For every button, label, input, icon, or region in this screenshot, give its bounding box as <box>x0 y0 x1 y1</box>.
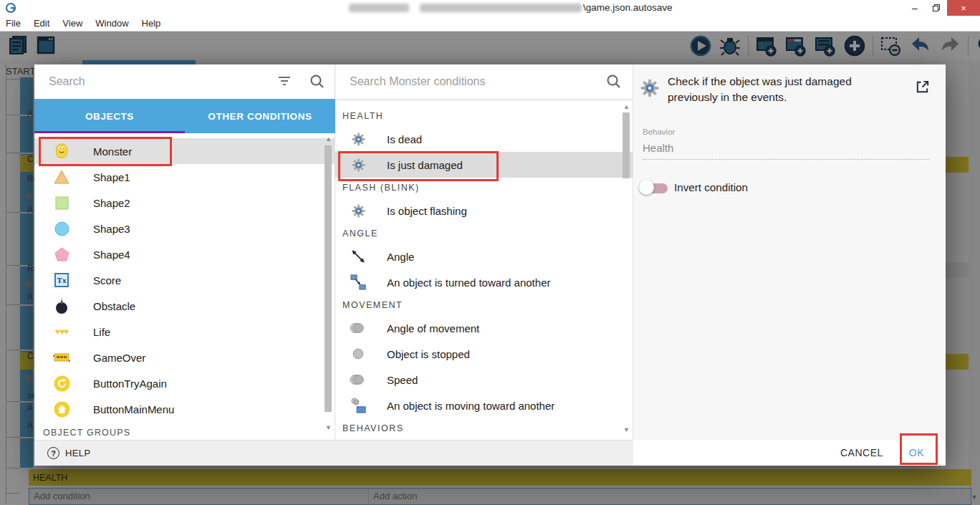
object-row-shape2[interactable]: Shape2 <box>34 190 335 216</box>
condition-row-turned-toward[interactable]: An object is turned toward another <box>335 269 633 295</box>
condition-row-angle-of-movement[interactable]: Angle of movement <box>335 315 633 341</box>
condition-label: Is dead <box>387 133 422 145</box>
ok-button[interactable]: OK <box>909 447 924 458</box>
object-search-input[interactable] <box>49 72 256 92</box>
text-object-icon: Tx <box>53 273 70 287</box>
object-row-buttontryagain[interactable]: ButtonTryAgain <box>34 370 335 396</box>
hearts-icon: ♥♥♥ <box>53 327 70 337</box>
angle-arrow-icon <box>350 249 367 264</box>
title-blurred-segment <box>420 4 582 12</box>
help-button[interactable]: HELP <box>65 448 91 458</box>
condition-search-input[interactable] <box>350 72 579 92</box>
condition-search-bar <box>335 64 633 99</box>
object-row-life[interactable]: ♥♥♥ Life <box>34 319 335 345</box>
section-header-health: HEALTH <box>335 106 633 126</box>
behavior-field-label: Behavior <box>643 128 675 136</box>
condition-detail-panel: Check if the object was just damaged pre… <box>633 64 946 440</box>
scroll-down-icon[interactable]: ▼ <box>622 427 631 433</box>
title-blurred-segment <box>349 4 409 12</box>
section-header-movement: MOVEMENT <box>335 295 633 315</box>
tab-objects[interactable]: OBJECTS <box>34 99 185 133</box>
scroll-down-icon[interactable]: ▼ <box>324 425 333 431</box>
condition-label: An object is moving toward another <box>387 400 554 412</box>
object-label: Score <box>93 274 121 287</box>
motion-circles-icon <box>350 372 367 387</box>
scroll-up-icon[interactable]: ▲ <box>324 136 333 143</box>
toggle-knob[interactable] <box>639 180 654 195</box>
search-icon[interactable] <box>606 74 622 90</box>
object-row-obstacle[interactable]: Obstacle <box>34 293 335 319</box>
object-label: ButtonTryAgain <box>93 377 167 390</box>
circle-icon <box>53 221 70 236</box>
condition-row-object-is-stopped[interactable]: Object is stopped <box>335 341 633 367</box>
pentagon-icon <box>53 247 70 261</box>
bomb-icon <box>53 297 70 314</box>
cancel-button[interactable]: CANCEL <box>840 447 883 458</box>
condition-list-scrollbar[interactable]: ▲ ▼ <box>622 104 631 433</box>
object-row-shape4[interactable]: Shape4 <box>34 241 335 267</box>
condition-description: Check if the object was just damaged pre… <box>668 74 877 106</box>
minimize-button[interactable]: – <box>904 0 926 16</box>
tab-other-conditions[interactable]: OTHER CONDITIONS <box>185 99 335 133</box>
condition-label: Angle <box>387 251 414 263</box>
field-underline <box>643 159 929 160</box>
condition-row-moving-toward[interactable]: An object is moving toward another <box>335 393 633 418</box>
filter-icon[interactable] <box>278 76 291 86</box>
search-icon[interactable] <box>309 74 325 90</box>
dialog-footer: ? HELP CANCEL OK <box>34 440 946 466</box>
object-label: Obstacle <box>93 300 135 312</box>
menu-view[interactable]: View <box>62 18 82 29</box>
condition-label: Object is stopped <box>387 348 470 360</box>
monster-icon <box>53 142 70 160</box>
restore-button[interactable] <box>926 0 947 16</box>
behavior-field-value[interactable]: Health <box>643 142 673 154</box>
object-row-buttonmainmenu[interactable]: ButtonMainMenu <box>34 396 335 422</box>
object-label: Life <box>93 326 110 338</box>
object-row-monster[interactable]: Monster <box>34 138 335 164</box>
menu-help[interactable]: Help <box>142 18 161 29</box>
condition-row-speed[interactable]: Speed <box>335 367 633 393</box>
object-panel: OBJECTS OTHER CONDITIONS Monster <box>34 64 335 440</box>
section-header-angle: ANGLE <box>335 223 633 244</box>
footer-help-area: ? HELP <box>34 440 633 466</box>
condition-label: Is object flashing <box>387 205 467 217</box>
condition-row-is-dead[interactable]: Is dead <box>335 126 633 152</box>
menu-window[interactable]: Window <box>95 18 128 29</box>
restart-button-icon <box>53 375 70 392</box>
app-window: \game.json.autosave – × File Edit View W… <box>0 0 980 505</box>
invert-condition-label: Invert condition <box>674 181 748 193</box>
object-label: GameOver <box>93 352 145 364</box>
object-panel-tabs: OBJECTS OTHER CONDITIONS <box>34 99 335 133</box>
object-row-shape1[interactable]: Shape1 <box>34 164 335 190</box>
banner-icon <box>53 352 70 363</box>
scrollbar-thumb[interactable] <box>623 112 630 178</box>
object-row-shape3[interactable]: Shape3 <box>34 216 335 241</box>
condition-label: Speed <box>387 374 418 386</box>
condition-label: An object is turned toward another <box>387 276 550 289</box>
scroll-up-icon[interactable]: ▲ <box>622 104 631 110</box>
tab-objects-label: OBJECTS <box>85 111 134 122</box>
object-label: Shape1 <box>93 171 130 183</box>
scrollbar-thumb[interactable] <box>325 145 332 412</box>
object-label: Shape4 <box>93 249 130 261</box>
behavior-gear-icon <box>640 79 659 100</box>
condition-row-angle[interactable]: Angle <box>335 244 633 269</box>
section-header-behaviors: BEHAVIORS <box>335 418 633 438</box>
close-button[interactable]: × <box>947 0 980 16</box>
object-row-gameover[interactable]: GameOver <box>34 345 335 370</box>
square-icon <box>53 196 70 210</box>
object-label: Shape3 <box>93 223 130 235</box>
condition-row-is-object-flashing[interactable]: Is object flashing <box>335 198 633 223</box>
object-list-scrollbar[interactable]: ▲ ▼ <box>324 136 333 431</box>
condition-label: Angle of movement <box>387 322 479 335</box>
condition-row-is-just-damaged[interactable]: Is just damaged <box>335 152 633 178</box>
section-header-flash: FLASH (BLINK) <box>335 178 633 198</box>
object-row-score[interactable]: Tx Score <box>34 267 335 293</box>
menu-file[interactable]: File <box>6 18 21 29</box>
restore-icon <box>933 4 940 11</box>
menu-bar: File Edit View Window Help <box>0 16 980 32</box>
behavior-gear-icon <box>350 158 367 172</box>
open-in-new-icon[interactable] <box>914 79 931 98</box>
object-label: Monster <box>93 145 132 158</box>
menu-edit[interactable]: Edit <box>34 18 49 29</box>
